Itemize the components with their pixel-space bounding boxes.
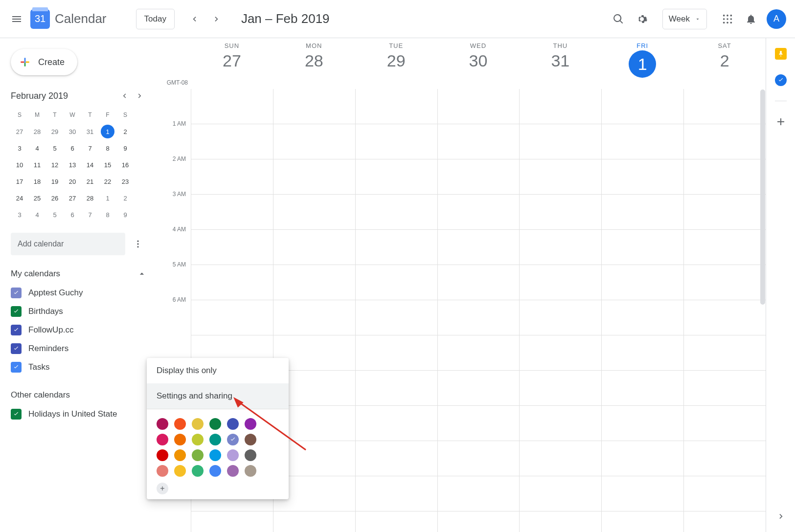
tasks-button[interactable] bbox=[775, 74, 787, 86]
color-swatch[interactable] bbox=[209, 465, 221, 477]
time-slot[interactable] bbox=[602, 124, 683, 159]
time-slot[interactable] bbox=[602, 89, 683, 124]
time-slot[interactable] bbox=[438, 441, 520, 476]
time-slot[interactable] bbox=[273, 265, 355, 300]
color-swatch[interactable] bbox=[227, 449, 239, 461]
time-slot[interactable] bbox=[356, 124, 437, 159]
color-swatch[interactable] bbox=[174, 434, 186, 445]
calendar-row[interactable]: Holidays in United State bbox=[11, 405, 147, 423]
color-swatch[interactable] bbox=[209, 449, 221, 461]
time-slot[interactable] bbox=[356, 476, 437, 511]
minical-day[interactable]: 17 bbox=[13, 175, 26, 188]
minical-day[interactable]: 9 bbox=[118, 141, 132, 155]
minical-day[interactable]: 28 bbox=[30, 125, 44, 138]
time-slot[interactable] bbox=[356, 406, 437, 441]
color-swatch[interactable] bbox=[157, 465, 168, 477]
time-slot[interactable] bbox=[520, 124, 601, 159]
time-slot[interactable] bbox=[191, 511, 273, 532]
color-swatch[interactable] bbox=[157, 418, 168, 430]
get-addons-button[interactable] bbox=[775, 116, 787, 131]
time-slot[interactable] bbox=[602, 335, 683, 371]
time-slot[interactable] bbox=[438, 406, 520, 441]
time-slot[interactable] bbox=[356, 441, 437, 476]
time-slot[interactable] bbox=[684, 265, 766, 300]
next-period-button[interactable] bbox=[207, 9, 227, 29]
minical-day[interactable]: 12 bbox=[48, 158, 62, 172]
time-slot[interactable] bbox=[191, 159, 273, 195]
time-slot[interactable] bbox=[520, 335, 601, 371]
time-slot[interactable] bbox=[191, 89, 273, 124]
scroll-thumb[interactable] bbox=[760, 89, 765, 305]
calendar-checkbox[interactable] bbox=[11, 288, 22, 298]
color-swatch[interactable] bbox=[174, 465, 186, 477]
minical-day[interactable]: 15 bbox=[101, 158, 114, 172]
calendar-checkbox[interactable] bbox=[11, 306, 22, 317]
minical-day[interactable]: 7 bbox=[83, 208, 97, 222]
time-slot[interactable] bbox=[438, 300, 520, 335]
view-select[interactable]: Week bbox=[662, 9, 707, 29]
time-slot[interactable] bbox=[602, 159, 683, 195]
minical-day[interactable]: 9 bbox=[118, 208, 132, 222]
color-swatch[interactable] bbox=[245, 449, 256, 461]
minical-day[interactable]: 18 bbox=[30, 175, 44, 188]
minical-day[interactable]: 7 bbox=[83, 141, 97, 155]
time-slot[interactable] bbox=[438, 195, 520, 230]
minical-day[interactable]: 1 bbox=[101, 125, 114, 138]
day-header[interactable]: MON28 bbox=[273, 38, 355, 89]
minical-day[interactable]: 19 bbox=[48, 175, 62, 188]
color-swatch[interactable] bbox=[192, 449, 204, 461]
time-slot[interactable] bbox=[356, 230, 437, 265]
minical-day[interactable]: 30 bbox=[66, 125, 79, 138]
time-slot[interactable] bbox=[684, 159, 766, 195]
add-custom-color-button[interactable]: + bbox=[157, 483, 168, 494]
minical-day[interactable]: 20 bbox=[66, 175, 79, 188]
time-slot[interactable] bbox=[684, 124, 766, 159]
minical-day[interactable]: 5 bbox=[48, 141, 62, 155]
color-swatch[interactable] bbox=[245, 418, 256, 430]
time-slot[interactable] bbox=[438, 335, 520, 371]
time-slot[interactable] bbox=[520, 300, 601, 335]
minical-day[interactable]: 4 bbox=[30, 141, 44, 155]
time-slot[interactable] bbox=[602, 371, 683, 406]
minical-day[interactable]: 13 bbox=[66, 158, 79, 172]
color-swatch[interactable] bbox=[157, 449, 168, 461]
minical-day[interactable]: 16 bbox=[118, 158, 132, 172]
color-swatch[interactable] bbox=[174, 449, 186, 461]
day-column[interactable] bbox=[683, 89, 766, 532]
time-slot[interactable] bbox=[684, 441, 766, 476]
keep-button[interactable] bbox=[775, 48, 787, 60]
minical-day[interactable]: 23 bbox=[118, 175, 132, 188]
calendar-checkbox[interactable] bbox=[11, 343, 22, 354]
day-column[interactable] bbox=[355, 89, 437, 532]
minical-day[interactable]: 8 bbox=[101, 141, 114, 155]
time-slot[interactable] bbox=[273, 195, 355, 230]
time-slot[interactable] bbox=[273, 511, 355, 532]
time-slot[interactable] bbox=[438, 476, 520, 511]
time-slot[interactable] bbox=[520, 511, 601, 532]
time-slot[interactable] bbox=[438, 265, 520, 300]
time-slot[interactable] bbox=[356, 89, 437, 124]
color-swatch[interactable] bbox=[192, 465, 204, 477]
time-slot[interactable] bbox=[602, 265, 683, 300]
time-slot[interactable] bbox=[438, 371, 520, 406]
minical-day[interactable]: 3 bbox=[13, 208, 26, 222]
minical-day[interactable]: 29 bbox=[48, 125, 62, 138]
account-avatar[interactable]: A bbox=[767, 9, 786, 29]
time-slot[interactable] bbox=[602, 230, 683, 265]
day-column[interactable] bbox=[601, 89, 683, 532]
minical-day[interactable]: 31 bbox=[83, 125, 97, 138]
minical-day[interactable]: 22 bbox=[101, 175, 114, 188]
color-swatch[interactable] bbox=[245, 465, 256, 477]
time-slot[interactable] bbox=[520, 371, 601, 406]
add-calendar-more-button[interactable] bbox=[129, 235, 147, 253]
minical-day[interactable]: 26 bbox=[48, 191, 62, 205]
notifications-button[interactable] bbox=[739, 7, 763, 31]
time-slot[interactable] bbox=[438, 159, 520, 195]
time-slot[interactable] bbox=[520, 441, 601, 476]
calendar-row[interactable]: Birthdays bbox=[11, 302, 147, 321]
color-swatch[interactable] bbox=[209, 418, 221, 430]
day-header[interactable]: SUN27 bbox=[191, 38, 273, 89]
minical-day[interactable]: 6 bbox=[66, 141, 79, 155]
time-slot[interactable] bbox=[602, 406, 683, 441]
time-slot[interactable] bbox=[273, 124, 355, 159]
